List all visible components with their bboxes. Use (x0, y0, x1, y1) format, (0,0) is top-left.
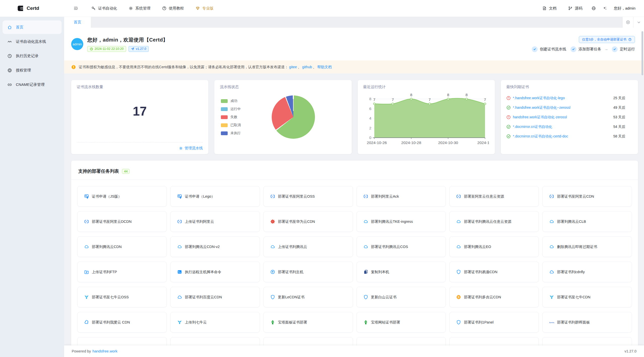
task-card-18[interactable]: 上传证书到FTP (77, 262, 167, 282)
svg-text:7: 7 (392, 97, 394, 102)
task-card-23[interactable]: 部署证书到cdnfly (542, 262, 632, 282)
host-icon (270, 269, 275, 274)
cloud-icon (177, 295, 182, 300)
notice-link-gitee[interactable]: gitee (289, 65, 297, 69)
tab-close-button[interactable] (622, 17, 633, 28)
task-card-35[interactable]: Synology部署证书到群晖面板 (542, 312, 632, 333)
task-card-1[interactable]: 证书申请（Lego） (170, 186, 260, 207)
legend-item-3[interactable]: 已取消 (221, 123, 241, 127)
avatar[interactable]: admin (71, 38, 83, 50)
expiry-cert-link[interactable]: *.handsfree.work证书自动化-lego (513, 95, 611, 101)
footer: Powered by handsfree.work v1.27.0 (64, 345, 644, 357)
nav-link-1[interactable]: 源码 (562, 0, 588, 17)
sparkles-button[interactable] (599, 0, 610, 17)
nav-menu-1[interactable]: 系统管理 (123, 0, 156, 17)
tab-home[interactable]: 首页 (64, 17, 91, 28)
expiry-list: *.handsfree.work证书自动化-lego25 天后*.handsfr… (506, 95, 632, 139)
nav-link-0[interactable]: 文档 (536, 0, 562, 17)
nav-menu-0[interactable]: 证书自动化 (86, 0, 123, 17)
task-card-4[interactable]: 部署至阿里云任意云资源 (449, 186, 539, 207)
nav-menu-3[interactable]: 专业版 (190, 0, 219, 17)
task-card-34[interactable]: 部署证书到1Panel (449, 312, 539, 333)
legend-item-1[interactable]: 运行中 (221, 107, 241, 111)
task-card-7[interactable]: 上传证书到阿里云 (170, 211, 260, 232)
legend-item-2[interactable]: 失败 (221, 115, 241, 119)
expiry-cert-link[interactable]: *.docmirror.cn证书自动化-certd-doc (513, 133, 611, 139)
expiry-days: 53 天后 (613, 114, 632, 120)
brand[interactable]: Certd (0, 5, 62, 12)
task-card-28[interactable]: D部署证书到多吉云CDN (449, 287, 539, 307)
card-footer: 管理流水线 (77, 142, 203, 151)
expiry-cert-link[interactable]: *.docmirror.cn证书自动化 (513, 124, 611, 130)
svg-text:7: 7 (484, 97, 486, 102)
tab-menu-button[interactable] (633, 17, 644, 28)
task-card-10[interactable]: 部署证书到腾讯云任意云资源 (449, 211, 539, 232)
svg-text:D: D (458, 296, 460, 299)
sidebar-item-4[interactable]: CNAME记录管理 (3, 78, 62, 91)
task-card-0[interactable]: 证书申请（JS版） (77, 186, 167, 207)
user-greeting[interactable]: 您好，admin (614, 6, 635, 11)
task-card-20[interactable]: 部署证书到主机 (263, 262, 353, 282)
legend-item-4[interactable]: 未执行 (221, 131, 241, 135)
task-card-6[interactable]: 部署证书至阿里云DCDN (77, 211, 167, 232)
welcome-step-1: 添加部署任务 (571, 46, 601, 52)
check-circle-icon (571, 46, 576, 52)
footer-handsfree-link[interactable]: handsfree.work (93, 349, 117, 353)
expiry-cert-link[interactable]: handsfree.work证书自动化-zerossl (513, 114, 611, 120)
sidebar-item-0[interactable]: 首页 (3, 20, 62, 34)
globe-button[interactable] (588, 0, 599, 17)
task-card-22[interactable]: 部署证书到易盾CDN (449, 262, 539, 282)
task-card-5[interactable]: 部署证书至阿里云CDN (542, 186, 632, 207)
nav-right: 文档源码您好，admin (536, 0, 644, 17)
task-label: 部署证书到我爱云 CDN (92, 320, 130, 325)
task-card-16[interactable]: 部署到腾讯云EO (449, 236, 539, 257)
legend-item-0[interactable]: 成功 (221, 99, 241, 103)
task-card-31[interactable]: 上传到七牛云 (170, 312, 260, 333)
task-card-12[interactable]: 部署到腾讯云CDN (77, 236, 167, 257)
task-card-33[interactable]: 宝塔网站证书部署 (356, 312, 446, 333)
task-card-14[interactable]: 上传证书到腾讯云 (263, 236, 353, 257)
task-card-3[interactable]: 部署到阿里云Ack (356, 186, 446, 207)
task-card-8[interactable]: 部署证书至华为云CDN (263, 211, 353, 232)
menu-fold-icon[interactable] (73, 6, 78, 11)
tencent-icon (456, 219, 461, 224)
nav-link-label: 源码 (575, 6, 582, 11)
task-card-29[interactable]: 部署证书至七牛CDN (542, 287, 632, 307)
task-card-30[interactable]: 部署证书到我爱云 CDN (77, 312, 167, 333)
task-card-21[interactable]: 复制到本机 (356, 262, 446, 282)
task-label: 部署证书到腾讯云任意云资源 (464, 219, 511, 224)
qiniu-icon (177, 320, 182, 325)
task-card-26[interactable]: 更新LeCDN证书 (263, 287, 353, 307)
notice-link-github[interactable]: github (302, 65, 312, 69)
task-label: 部署到腾讯云CLB (557, 219, 586, 224)
task-card-15[interactable]: 部署证书到腾讯云COS (356, 236, 446, 257)
expiry-days: 49 天后 (613, 104, 632, 111)
svg-text:2024-10-26: 2024-10-26 (367, 140, 387, 145)
iaiyun-icon (84, 320, 89, 325)
promo-badge[interactable]: 仅需3步，全自动申请部署证书 (579, 36, 635, 43)
expiry-cert-link[interactable]: *.handsfree.work证书自动化--zerossl (513, 104, 611, 111)
task-card-11[interactable]: 部署到腾讯云CLB (542, 211, 632, 232)
task-card-24[interactable]: 部署证书至七牛云OSS (77, 287, 167, 307)
welcome-right: 仅需3步，全自动申请部署证书 创建证书流水线添加部署任务–定时运行 (532, 36, 635, 52)
task-card-32[interactable]: 宝塔面板证书部署 (263, 312, 353, 333)
nav-menus: 证书自动化系统管理使用教程专业版 (86, 0, 219, 17)
runs-chart-container: 0246877878872024-10-262024-10-282024-10-… (363, 90, 489, 149)
sidebar-item-1[interactable]: 证书自动化流水线 (3, 35, 62, 48)
notice-link-帮助文档[interactable]: 帮助文档 (317, 65, 332, 69)
nav-menu-2[interactable]: 使用教程 (156, 0, 190, 17)
pipeline-count: 17 (77, 104, 203, 119)
task-card-25[interactable]: 部署证书到百度云CDN (170, 287, 260, 307)
task-card-27[interactable]: 更新白山云证书 (356, 287, 446, 307)
sidebar-item-3[interactable]: 授权管理 (3, 63, 62, 77)
task-card-17[interactable]: 删除腾讯云即将过期证书 (542, 236, 632, 257)
task-label: 上传到七牛云 (185, 320, 207, 325)
sidebar-item-2[interactable]: 执行历史记录 (3, 49, 62, 63)
task-card-19[interactable]: 执行远程主机脚本命令 (170, 262, 260, 282)
task-card-2[interactable]: 部署证书至阿里云OSS (263, 186, 353, 207)
task-card-13[interactable]: 部署到腾讯云CDN-v2 (170, 236, 260, 257)
expiry-row-3: *.docmirror.cn证书自动化54 天后 (506, 124, 632, 130)
task-card-9[interactable]: 部署到腾讯云TKE-ingress (356, 211, 446, 232)
scrollbar-thumb[interactable] (641, 31, 643, 75)
manage-pipelines-link[interactable]: 管理流水线 (179, 146, 203, 151)
